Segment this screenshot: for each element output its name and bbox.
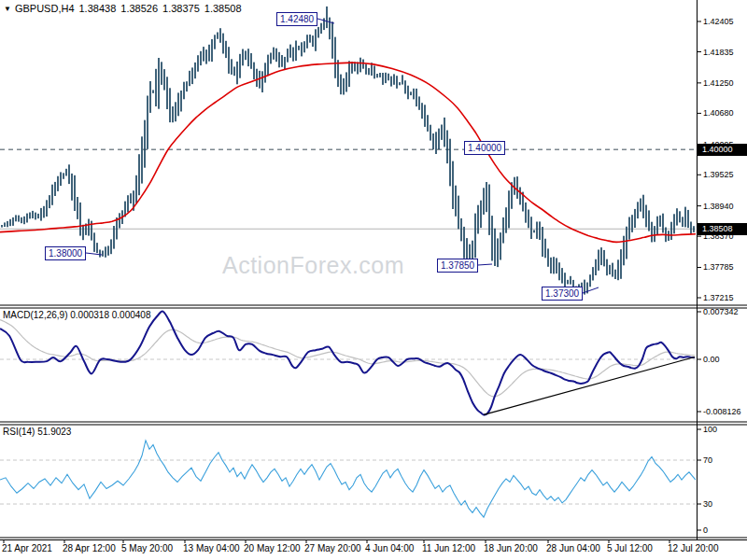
time-axis-label: 21 Apr 2021 xyxy=(2,543,52,553)
ohlc-close: 1.38508 xyxy=(204,3,242,14)
price-axis-label: 1.41250 xyxy=(703,78,734,88)
time-axis-label: 28 Apr 12:00 xyxy=(63,543,116,553)
time-axis-label: 27 May 20:00 xyxy=(304,543,361,553)
annotation-box[interactable]: 1.37300 xyxy=(542,287,583,301)
time-axis-label: 11 Jun 12:00 xyxy=(422,543,475,553)
price-axis-label: 1.37785 xyxy=(703,262,734,272)
symbol-header: ▼GBPUSD,H41.384381.385261.383751.38508 xyxy=(4,3,247,14)
macd-panel xyxy=(0,311,696,414)
macd-trendline[interactable] xyxy=(484,357,695,414)
annotation-connector xyxy=(478,264,492,265)
rsi-axis-label: 100 xyxy=(703,425,717,434)
time-axis-label: 18 Jun 20:00 xyxy=(484,543,538,553)
macd-axis-label: -0.008126 xyxy=(703,407,741,416)
time-axis-label: 4 Jun 04:00 xyxy=(365,543,414,553)
trading-chart-window: ActionForex.com ▼GBPUSD,H41.384381.38526… xyxy=(0,0,747,560)
time-axis-label: 5 Jul 12:00 xyxy=(607,543,653,553)
annotation-box[interactable]: 1.42480 xyxy=(276,12,317,26)
macd-axis-label: 0.007342 xyxy=(703,307,739,316)
rsi-axis-label: 70 xyxy=(703,455,712,465)
macd-indicator-label: MACD(12,26,9) 0.000318 0.000408 xyxy=(3,310,150,320)
ohlc-low: 1.38375 xyxy=(162,3,200,14)
rsi-axis-label: 0 xyxy=(703,525,708,535)
ohlc-high: 1.38526 xyxy=(120,3,158,14)
time-axis-label: 12 Jul 20:00 xyxy=(668,543,719,553)
price-level-badge: 1.40000 xyxy=(697,144,747,156)
price-axis-label: 1.38940 xyxy=(703,202,734,211)
symbol-label: GBPUSD,H4 xyxy=(15,3,75,14)
time-axis-label: 13 May 04:00 xyxy=(183,543,240,553)
symbol-dropdown-icon[interactable]: ▼ xyxy=(4,5,11,13)
price-axis-label: 1.41835 xyxy=(703,48,734,57)
rsi-indicator-label: RSI(14) 51.9023 xyxy=(3,427,71,437)
moving-average-line xyxy=(0,63,696,242)
ohlc-open: 1.38438 xyxy=(79,3,117,14)
rsi-line xyxy=(0,441,696,517)
rsi-panel xyxy=(0,441,696,517)
price-axis-label: 1.42405 xyxy=(703,17,734,26)
annotation-box[interactable]: 1.38000 xyxy=(45,246,86,260)
candlestick-bars xyxy=(1,7,695,295)
macd-axis-label: 0.00 xyxy=(703,355,720,364)
annotation-box[interactable]: 1.40000 xyxy=(464,141,505,155)
annotation-box[interactable]: 1.37850 xyxy=(437,259,478,273)
time-axis-label: 28 Jun 04:00 xyxy=(546,543,600,553)
time-axis-label: 20 May 12:00 xyxy=(244,543,301,553)
annotation-connector xyxy=(317,19,334,23)
time-axis-label: 5 May 20:00 xyxy=(121,543,173,553)
chart-canvas[interactable] xyxy=(0,0,747,560)
price-panel xyxy=(0,7,696,295)
current-price-badge: 1.38508 xyxy=(697,223,747,235)
price-axis-label: 1.37215 xyxy=(703,293,734,302)
rsi-axis-label: 30 xyxy=(703,499,712,509)
price-axis-label: 1.40680 xyxy=(703,108,734,118)
macd-main-line xyxy=(0,311,695,414)
price-axis-label: 1.39525 xyxy=(703,170,734,179)
